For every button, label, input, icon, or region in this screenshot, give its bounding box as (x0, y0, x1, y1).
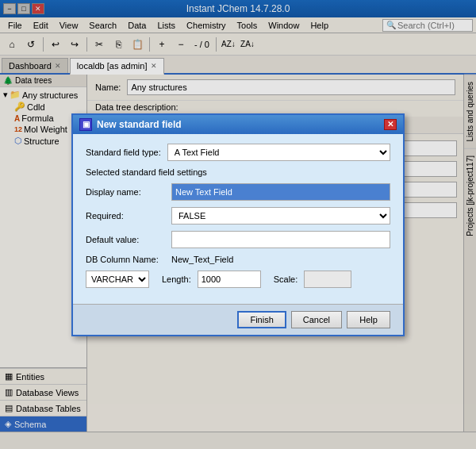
required-row: Required: FALSE TRUE (86, 207, 390, 224)
display-name-row: Display name: (86, 183, 390, 201)
db-column-row: DB Column Name: New_Text_Field (86, 255, 390, 264)
scale-label: Scale: (274, 274, 298, 284)
help-button[interactable]: Help (347, 311, 390, 328)
modal-footer: Finish Cancel Help (73, 304, 403, 335)
type-select[interactable]: VARCHAR (86, 271, 149, 288)
default-value-row: Default value: (86, 231, 390, 248)
scale-input[interactable] (304, 271, 351, 288)
cancel-button[interactable]: Cancel (291, 311, 342, 328)
modal-body: Standard field type: A Text Field Number… (73, 134, 403, 304)
finish-button[interactable]: Finish (237, 311, 286, 328)
modal-overlay: ▣ New standard field ✕ Standard field ty… (0, 0, 476, 449)
modal-icon: ▣ (79, 118, 92, 131)
field-type-row: Standard field type: A Text Field Number… (86, 144, 390, 161)
db-column-value: New_Text_Field (171, 255, 233, 264)
display-name-label: Display name: (86, 187, 165, 197)
modal-title: New standard field (97, 119, 182, 130)
display-name-input[interactable] (171, 183, 390, 201)
required-select[interactable]: FALSE TRUE (171, 207, 390, 224)
length-input[interactable] (198, 271, 261, 288)
db-column-label: DB Column Name: (86, 255, 165, 264)
new-standard-field-dialog: ▣ New standard field ✕ Standard field ty… (71, 113, 405, 336)
required-label: Required: (86, 211, 165, 221)
field-type-select[interactable]: A Text Field Number Field Date Field Boo… (167, 144, 390, 161)
default-value-label: Default value: (86, 235, 165, 244)
type-length-row: VARCHAR Length: Scale: (86, 271, 390, 288)
field-type-label: Standard field type: (86, 148, 161, 157)
modal-close-button[interactable]: ✕ (384, 119, 397, 130)
modal-title-bar: ▣ New standard field ✕ (73, 115, 403, 134)
section-label: Selected standard field settings (86, 167, 390, 177)
default-value-input[interactable] (171, 231, 390, 248)
length-label: Length: (162, 274, 191, 284)
